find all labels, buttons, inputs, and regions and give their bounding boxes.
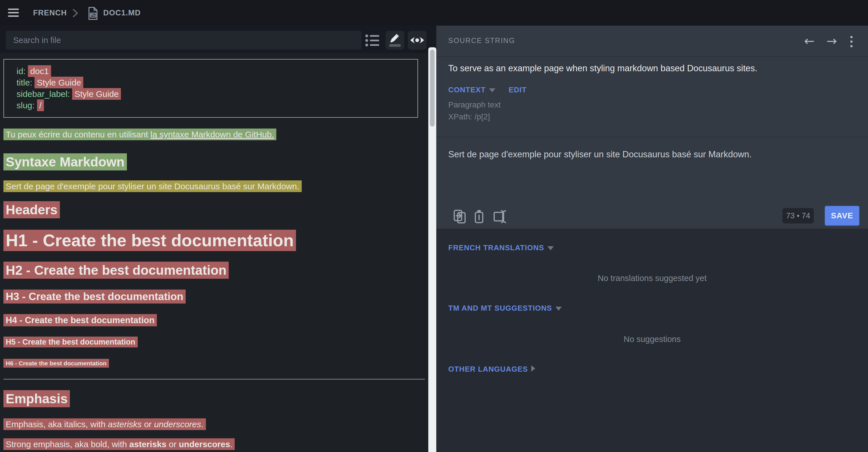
preview-toggle-button[interactable] [408,31,427,50]
heading-syntaxe-markdown: Syntaxe Markdown [3,154,425,170]
highlight-color-bar [389,43,401,47]
horizontal-rule [3,379,425,380]
bullet-list-icon [365,34,380,47]
frontmatter-line: id: doc1 [17,66,417,77]
heading-h6-sample: H6 - Create the best documentation [3,359,425,367]
paragraph-bold: Strong emphasis, aka bold, with asterisk… [3,438,425,451]
top-bar: FRENCH DOC1.MD [0,0,868,26]
frontmatter-value-string[interactable]: Style Guide [72,88,121,100]
chevron-down-icon [548,246,554,250]
other-languages-section-toggle[interactable]: OTHER LANGUAGES [448,365,528,373]
heading-h4-sample: H4 - Create the best documentation [3,315,425,326]
frontmatter-value-string[interactable]: doc1 [28,65,51,77]
frontmatter-value-string[interactable]: Style Guide [34,77,83,88]
next-string-button[interactable]: → [826,34,837,48]
pencil-icon [389,33,401,43]
suggestions-panel: FRENCH TRANSLATIONS No translations sugg… [436,229,868,452]
chevron-down-icon [556,306,562,311]
context-type-text: Paragraph text [448,100,501,109]
translatable-string[interactable]: Emphasis [3,390,70,407]
frontmatter-value-string[interactable]: / [37,99,44,111]
translatable-string[interactable]: H1 - Create the best documentation [3,230,296,251]
translatable-string[interactable]: H4 - Create the best documentation [3,314,157,326]
file-toolbar [0,26,428,53]
breadcrumb-chevron-icon [72,9,79,18]
translation-input[interactable]: Sert de page d'exemple pour styliser un … [448,149,856,160]
heading-h3-sample: H3 - Create the best documentation [3,290,425,303]
more-options-button[interactable] [850,36,852,50]
translatable-string[interactable]: H3 - Create the best documentation [3,290,186,303]
chevron-right-icon [531,365,535,372]
header-divider [436,57,868,57]
heading-h1-sample: H1 - Create the best documentation [3,230,425,251]
selected-string[interactable]: Sert de page d'exemple pour styliser un … [3,181,302,192]
scrollbar-thumb[interactable] [430,50,435,127]
translatable-string[interactable]: H5 - Create the best documentation [3,336,138,347]
tm-mt-section-toggle[interactable]: TM AND MT SUGGESTIONS [448,304,552,312]
paragraph-italics: Emphasis, aka italics, with asterisks or… [3,418,425,431]
translatable-string[interactable]: H6 - Create the best documentation [3,359,109,368]
frontmatter-line: slug: / [17,100,417,111]
save-button[interactable]: SAVE [825,206,860,226]
frontmatter-key: slug: [17,101,37,110]
source-string-title: SOURCE STRING [448,36,515,45]
translatable-string[interactable]: Emphasis, aka italics, with asterisks or… [3,418,206,430]
document-panel: id: doc1 title: Style Guide sidebar_labe… [0,26,428,452]
heading-emphasis: Emphasis [3,390,425,407]
frontmatter-key: id: [17,66,28,76]
translation-editor-panel: SOURCE STRING ← → To serve as an example… [436,26,868,229]
highlight-mode-button[interactable] [385,31,404,50]
heading-h5-sample: H5 - Create the best documentation [3,337,425,347]
search-input[interactable] [6,31,362,50]
translatable-string[interactable]: Headers [3,201,60,218]
hamburger-menu-icon[interactable] [8,8,19,19]
french-translations-section-toggle[interactable]: FRENCH TRANSLATIONS [448,244,544,252]
breadcrumb-filename[interactable]: DOC1.MD [103,0,141,26]
text-cursor-icon[interactable] [493,209,506,224]
tm-empty-message: No suggestions [436,334,868,344]
frontmatter-key: sidebar_label: [17,89,72,99]
frontmatter-key: title: [17,78,34,87]
heading-headers: Headers [3,201,425,218]
delete-translation-icon[interactable] [474,209,484,224]
translatable-string[interactable]: Tu peux écrire du contenu en utilisant l… [3,129,276,140]
document-content: id: doc1 title: Style Guide sidebar_labe… [0,53,428,451]
frontmatter-block[interactable]: id: doc1 title: Style Guide sidebar_labe… [3,59,418,118]
document-scrollbar[interactable] [428,47,436,452]
source-string-text: To serve as an example page when styling… [448,63,856,73]
string-list-toggle-button[interactable] [365,32,380,49]
eye-icon [410,35,425,45]
translatable-string[interactable]: Syntaxe Markdown [3,153,127,170]
breadcrumb-project[interactable]: FRENCH [33,0,67,26]
character-counter: 73 • 74 [782,208,814,223]
markdown-file-icon [88,7,98,20]
translatable-string[interactable]: H2 - Create the best documentation [3,262,229,279]
translations-empty-message: No translations suggested yet [436,273,868,283]
frontmatter-line: title: Style Guide [17,77,417,88]
previous-string-button[interactable]: ← [804,34,815,48]
paragraph-intro: Tu peux écrire du contenu en utilisant l… [3,128,425,141]
context-xpath-text: XPath: /p[2] [448,112,490,121]
context-dropdown[interactable]: CONTEXT [448,86,486,94]
heading-h2-sample: H2 - Create the best documentation [3,262,425,279]
inline-link[interactable]: la syntaxe Markdown de GitHub. [151,130,274,139]
translation-divider [436,137,868,137]
chevron-down-icon [489,88,495,92]
paragraph-selected: Sert de page d'exemple pour styliser un … [3,180,425,193]
frontmatter-line: sidebar_label: Style Guide [17,88,417,100]
edit-context-button[interactable]: EDIT [509,86,527,94]
copy-source-icon[interactable] [454,209,466,224]
translatable-string[interactable]: Strong emphasis, aka bold, with asterisk… [3,438,235,450]
